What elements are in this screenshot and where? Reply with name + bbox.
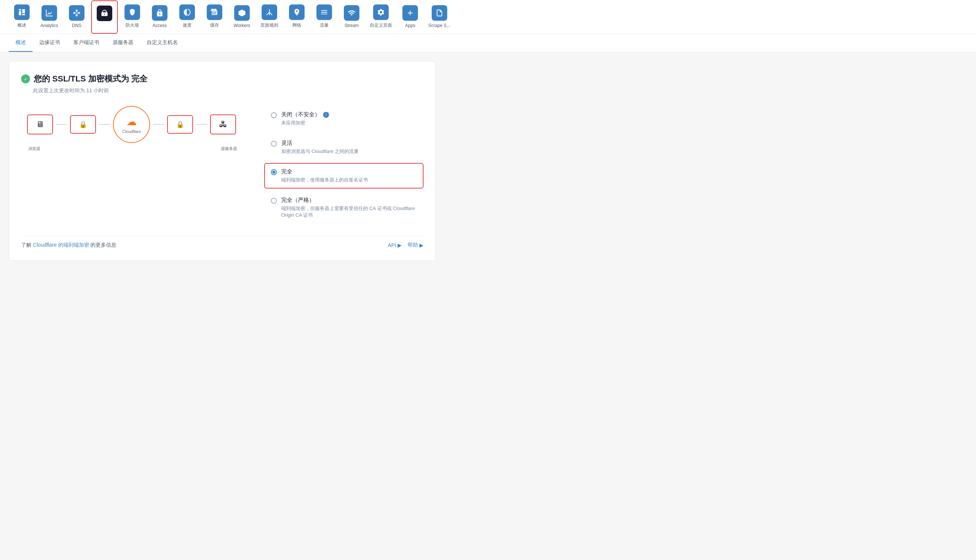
nav-item-dns[interactable]: DNS <box>64 1 90 33</box>
nav-icon-scrape-shield <box>432 5 447 21</box>
nav-icon-dns <box>69 5 85 21</box>
nav-icon-page-rules <box>262 5 277 20</box>
radio-flexible[interactable] <box>271 141 277 147</box>
nav-icon-analytics <box>42 5 57 21</box>
nav-item-traffic[interactable]: 流量 <box>311 0 337 34</box>
option-text-off: 关闭（不安全）i未应用加密 <box>281 111 329 126</box>
nav-icon-network <box>289 5 305 20</box>
nav-label-page-rules: 页面规则 <box>260 22 278 28</box>
sub-nav-边缘证书[interactable]: 边缘证书 <box>33 34 67 52</box>
radio-full-strict[interactable] <box>271 198 277 204</box>
cloudflare-circle: ☁ Cloudflare <box>113 106 150 143</box>
connector-4 <box>196 124 207 125</box>
radio-off[interactable] <box>271 112 277 118</box>
svg-rect-0 <box>19 9 21 11</box>
ssl-diagram: 🖥 🔒 ☁ Cloudflare � <box>21 106 242 152</box>
card-footer: 了解 Cloudflare 的端到端加密 的更多信息 API ▶ 帮助 ▶ <box>21 235 424 248</box>
option-text-full-strict: 完全（严格）端到端加密，但服务器上需要有受信任的 CA 证书或 Cloudfla… <box>281 197 417 218</box>
ssl-subtitle: 此设置上次更改时间为 11 小时前 <box>33 87 424 94</box>
ssl-header: ✓ 您的 SSL/TLS 加密模式为 完全 <box>21 73 424 85</box>
option-desc-flexible: 加密浏览器与 Cloudflare 之间的流量 <box>281 148 359 155</box>
nav-icon-cache <box>207 5 222 20</box>
svg-marker-12 <box>239 9 245 16</box>
nav-bar: 概述AnalyticsDNSSSL/TLS防火墙Access速度缓存Worker… <box>0 0 976 34</box>
api-link[interactable]: API ▶ <box>387 242 402 248</box>
diagram-items: 🖥 🔒 ☁ Cloudflare � <box>27 106 236 143</box>
connector-1 <box>56 124 67 125</box>
nav-item-workers[interactable]: Workers <box>229 1 255 33</box>
encryption-options: 关闭（不安全）i未应用加密灵活加密浏览器与 Cloudflare 之间的流量完全… <box>264 106 424 227</box>
option-title-off: 关闭（不安全）i <box>281 111 329 118</box>
nav-item-access[interactable]: Access <box>147 1 173 33</box>
help-link[interactable]: 帮助 ▶ <box>407 242 424 248</box>
cloudflare-label: Cloudflare <box>122 129 141 134</box>
option-full-strict[interactable]: 完全（严格）端到端加密，但服务器上需要有受信任的 CA 证书或 Cloudfla… <box>264 192 424 224</box>
nav-item-cache[interactable]: 缓存 <box>202 0 227 34</box>
browser-box: 🖥 <box>27 115 53 135</box>
nav-label-traffic: 流量 <box>320 22 329 28</box>
nav-label-custom-page: 自定义页面 <box>370 22 392 28</box>
nav-label-cache: 缓存 <box>210 22 219 28</box>
nav-item-speed[interactable]: 速度 <box>174 0 200 34</box>
nav-item-firewall[interactable]: 防火墙 <box>119 0 145 34</box>
option-off[interactable]: 关闭（不安全）i未应用加密 <box>264 106 424 132</box>
info-icon[interactable]: i <box>323 112 329 118</box>
nav-icon-ssl-tls <box>97 5 112 21</box>
sub-navigation: 概述边缘证书客户端证书源服务器自定义主机名 <box>0 34 976 52</box>
nav-item-overview[interactable]: 概述 <box>9 0 35 34</box>
nav-item-scrape-shield[interactable]: Scrape S... <box>425 1 454 33</box>
option-desc-off: 未应用加密 <box>281 120 329 126</box>
nav-icon-workers <box>234 5 250 21</box>
sub-nav-概述[interactable]: 概述 <box>9 34 33 52</box>
nav-label-dns: DNS <box>72 23 81 28</box>
nav-label-apps: Apps <box>405 23 415 28</box>
sub-nav-源服务器[interactable]: 源服务器 <box>106 34 140 52</box>
chevron-right-icon-2: ▶ <box>419 242 424 248</box>
svg-point-6 <box>76 15 77 16</box>
nav-item-apps[interactable]: Apps <box>397 1 423 33</box>
server-box: 🖧 <box>210 115 236 135</box>
ssl-content: 🖥 🔒 ☁ Cloudflare � <box>21 106 424 227</box>
footer-links: API ▶ 帮助 ▶ <box>387 242 424 248</box>
svg-rect-1 <box>19 11 21 15</box>
svg-point-7 <box>78 12 80 14</box>
nav-icon-apps <box>402 5 418 21</box>
nav-item-network[interactable]: 网络 <box>284 0 310 34</box>
nav-item-analytics[interactable]: Analytics <box>36 1 62 33</box>
nav-icon-overview <box>14 5 30 20</box>
nav-item-ssl-tls[interactable]: SSL/TLS <box>91 0 118 34</box>
nav-icon-traffic <box>317 5 332 20</box>
learn-more-text: 了解 Cloudflare 的端到端加密 的更多信息 <box>21 242 116 248</box>
svg-rect-2 <box>22 9 25 13</box>
svg-point-5 <box>76 10 77 11</box>
option-desc-full: 端到端加密，使用服务器上的自签名证书 <box>281 177 368 183</box>
learn-more-link[interactable]: Cloudflare 的端到端加密 <box>33 242 89 248</box>
radio-full[interactable] <box>271 169 277 175</box>
nav-icon-firewall <box>125 5 140 20</box>
chevron-right-icon: ▶ <box>397 242 402 248</box>
ssl-card: ✓ 您的 SSL/TLS 加密模式为 完全 此设置上次更改时间为 11 小时前 … <box>9 61 436 261</box>
option-text-flexible: 灵活加密浏览器与 Cloudflare 之间的流量 <box>281 140 359 155</box>
option-title-flexible: 灵活 <box>281 140 359 147</box>
nav-label-scrape-shield: Scrape S... <box>428 23 450 28</box>
ssl-title: 您的 SSL/TLS 加密模式为 完全 <box>34 73 147 85</box>
browser-diagram-label: 浏览器 <box>21 146 47 152</box>
connector-2 <box>99 124 110 125</box>
nav-item-stream[interactable]: Stream <box>339 1 365 33</box>
sub-nav-客户端证书[interactable]: 客户端证书 <box>67 34 106 52</box>
lock-box-1: 🔒 <box>70 115 96 134</box>
nav-label-overview: 概述 <box>17 22 26 28</box>
sub-nav-自定义主机名[interactable]: 自定义主机名 <box>140 34 185 52</box>
server-diagram-label: 源服务器 <box>216 146 242 152</box>
nav-label-stream: Stream <box>345 23 359 28</box>
option-flexible[interactable]: 灵活加密浏览器与 Cloudflare 之间的流量 <box>264 135 424 160</box>
status-check-icon: ✓ <box>21 75 30 83</box>
nav-icon-custom-page <box>373 5 389 20</box>
nav-icon-stream <box>344 5 359 21</box>
nav-item-page-rules[interactable]: 页面规则 <box>257 0 282 34</box>
option-text-full: 完全端到端加密，使用服务器上的自签名证书 <box>281 168 368 183</box>
nav-item-custom-page[interactable]: 自定义页面 <box>366 0 396 34</box>
nav-icon-speed <box>179 5 195 20</box>
option-full[interactable]: 完全端到端加密，使用服务器上的自签名证书 <box>264 163 424 188</box>
nav-label-access: Access <box>153 23 167 28</box>
